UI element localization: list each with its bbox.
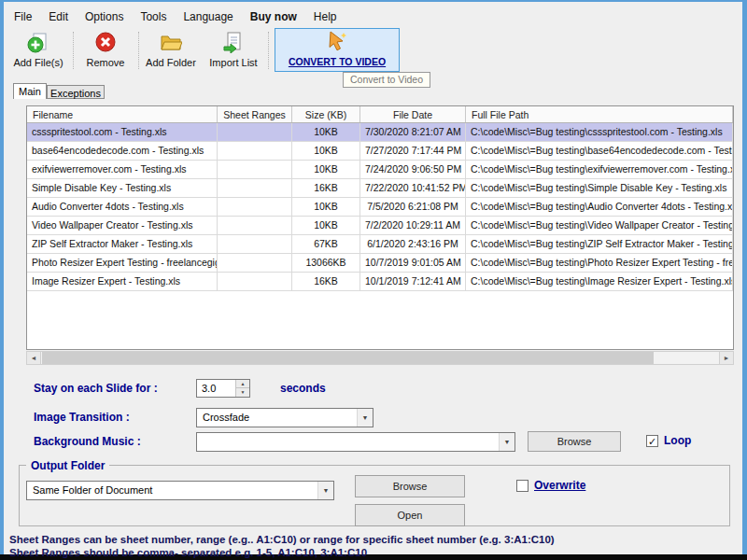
cell: base64encodedecode.com - Testing.xls bbox=[27, 142, 218, 161]
window-edge-left bbox=[0, 0, 4, 555]
cell: 7/5/2020 6:21:08 PM bbox=[360, 198, 466, 217]
chevron-down-icon[interactable]: ▼ bbox=[317, 482, 333, 499]
image-transition-select[interactable]: Crossfade ▼ bbox=[196, 408, 374, 427]
stay-on-slide-label: Stay on each Slide for : bbox=[34, 382, 158, 395]
cell: ZIP Self Extractor Maker - Testing.xls bbox=[27, 235, 218, 254]
slide-duration-input[interactable] bbox=[197, 380, 236, 397]
cell bbox=[218, 123, 292, 142]
background-music-label: Background Music : bbox=[34, 435, 141, 448]
convert-to-video-button[interactable]: CONVERT TO VIDEO bbox=[275, 28, 400, 72]
app-window: FileEditOptionsToolsLanguageBuy nowHelp … bbox=[0, 0, 747, 560]
add-folder-icon bbox=[142, 31, 200, 55]
cell: 16KB bbox=[292, 273, 360, 291]
cell: cssspritestool.com - Testing.xls bbox=[27, 123, 218, 142]
slide-duration-spinner[interactable]: ▲ ▼ bbox=[196, 379, 250, 398]
column-header-full-file-path[interactable]: Full File Path bbox=[466, 106, 733, 122]
image-transition-label: Image Transition : bbox=[34, 411, 130, 424]
cell: C:\code\Misc\=Bug testing\cssspritestool… bbox=[466, 123, 733, 142]
table-row[interactable]: ZIP Self Extractor Maker - Testing.xls67… bbox=[27, 235, 733, 254]
sheet-ranges-help-line2: Sheet Ranges should be comma- separated … bbox=[9, 547, 367, 558]
cell: C:\code\Misc\=Bug testing\Audio Converte… bbox=[466, 198, 733, 217]
add-files-button[interactable]: Add File(s) bbox=[7, 30, 69, 73]
check-icon: ✓ bbox=[648, 436, 656, 447]
tab-main[interactable]: Main bbox=[13, 83, 47, 99]
chevron-down-icon[interactable]: ▼ bbox=[357, 409, 373, 427]
cell: 67KB bbox=[292, 235, 360, 254]
cell bbox=[218, 273, 292, 291]
table-header: FilenameSheet RangesSize (KB)File DateFu… bbox=[27, 106, 733, 123]
scroll-left-icon[interactable]: ◄ bbox=[27, 352, 41, 364]
output-folder-select[interactable]: Same Folder of Document ▼ bbox=[26, 481, 334, 500]
scroll-right-icon[interactable]: ► bbox=[719, 352, 733, 364]
overwrite-checkbox[interactable] bbox=[516, 480, 529, 492]
column-header-sheet-ranges[interactable]: Sheet Ranges bbox=[218, 106, 292, 122]
cell bbox=[218, 198, 292, 217]
convert-tooltip: Convert to Video bbox=[343, 72, 430, 88]
menu-item-language[interactable]: Language bbox=[175, 7, 241, 26]
cell: 10KB bbox=[292, 161, 360, 179]
menu-item-options[interactable]: Options bbox=[77, 7, 132, 26]
output-open-button[interactable]: Open bbox=[355, 504, 465, 526]
image-transition-value: Crossfade bbox=[203, 412, 249, 423]
add-folder-button[interactable]: Add Folder bbox=[142, 30, 200, 73]
cell: C:\code\Misc\=Bug testing\base64encodede… bbox=[466, 142, 733, 161]
import-list-icon bbox=[204, 31, 263, 55]
cell: 10/1/2019 7:12:41 AM bbox=[360, 273, 466, 291]
menu-item-buy-now[interactable]: Buy now bbox=[242, 7, 305, 26]
import-list-button[interactable]: Import List bbox=[204, 30, 263, 73]
cell: C:\code\Misc\=Bug testing\Image Resizer … bbox=[466, 273, 733, 291]
cell: 7/30/2020 8:21:07 AM bbox=[360, 123, 466, 142]
scroll-thumb[interactable] bbox=[42, 352, 654, 364]
column-header-size-kb-[interactable]: Size (KB) bbox=[292, 106, 360, 122]
add-file-icon bbox=[7, 31, 69, 55]
cell: C:\code\Misc\=Bug testing\exifviewerremo… bbox=[466, 161, 733, 179]
table-row[interactable]: Simple Disable Key - Testing.xls16KB7/22… bbox=[27, 179, 733, 198]
table-row[interactable]: Photo Resizer Expert Testing - freelance… bbox=[27, 254, 733, 273]
menu-item-tools[interactable]: Tools bbox=[132, 7, 175, 26]
music-browse-button[interactable]: Browse bbox=[528, 431, 621, 452]
column-header-filename[interactable]: Filename bbox=[27, 106, 218, 122]
seconds-label: seconds bbox=[280, 382, 326, 395]
spinner-down-icon[interactable]: ▼ bbox=[235, 388, 249, 397]
add-files-label: Add File(s) bbox=[7, 57, 69, 68]
chevron-down-icon[interactable]: ▼ bbox=[499, 433, 514, 451]
cell bbox=[218, 217, 292, 235]
table-row[interactable]: Audio Converter 4dots - Testing.xls10KB7… bbox=[27, 198, 733, 217]
toolbar-separator bbox=[138, 32, 139, 69]
overwrite-label: Overwrite bbox=[534, 479, 585, 492]
cell bbox=[218, 142, 292, 161]
menu-item-file[interactable]: File bbox=[6, 7, 40, 26]
table-body: cssspritestool.com - Testing.xls10KB7/30… bbox=[27, 123, 733, 291]
remove-button[interactable]: Remove bbox=[78, 30, 133, 73]
toolbar-separator bbox=[73, 32, 74, 69]
output-browse-button[interactable]: Browse bbox=[355, 475, 465, 497]
cell: 10KB bbox=[292, 198, 360, 217]
table-row[interactable]: base64encodedecode.com - Testing.xls10KB… bbox=[27, 142, 733, 161]
tab-exceptions[interactable]: Exceptions bbox=[47, 85, 105, 99]
toolbar-separator bbox=[268, 32, 269, 69]
column-header-file-date[interactable]: File Date bbox=[360, 106, 466, 122]
cell: 7/22/2020 10:41:52 PM bbox=[360, 179, 466, 198]
cell: 7/24/2020 9:06:50 PM bbox=[360, 161, 466, 179]
window-edge-right bbox=[742, 0, 747, 555]
convert-to-video-icon bbox=[275, 30, 399, 54]
cell: C:\code\Misc\=Bug testing\Photo Resizer … bbox=[466, 254, 733, 273]
cell: Video Wallpaper Creator - Testing.xls bbox=[27, 217, 218, 235]
menu-item-help[interactable]: Help bbox=[305, 7, 345, 26]
table-row[interactable]: Image Resizer Expert - Testing.xls16KB10… bbox=[27, 273, 733, 291]
background-music-select[interactable]: ▼ bbox=[196, 432, 515, 452]
menu-item-edit[interactable]: Edit bbox=[40, 7, 77, 26]
table-row[interactable]: exifviewerremover.com - Testing.xls10KB7… bbox=[27, 161, 733, 179]
cell bbox=[218, 161, 292, 179]
loop-checkbox[interactable]: ✓ bbox=[646, 435, 658, 447]
cell: 13066KB bbox=[292, 254, 360, 273]
convert-to-video-label: CONVERT TO VIDEO bbox=[275, 56, 399, 67]
table-row[interactable]: cssspritestool.com - Testing.xls10KB7/30… bbox=[27, 123, 733, 142]
horizontal-scrollbar[interactable]: ◄ ► bbox=[26, 351, 734, 365]
spinner-up-icon[interactable]: ▲ bbox=[235, 380, 249, 388]
cell: 7/27/2020 7:17:44 PM bbox=[360, 142, 466, 161]
file-table: FilenameSheet RangesSize (KB)File DateFu… bbox=[26, 105, 734, 350]
table-row[interactable]: Video Wallpaper Creator - Testing.xls10K… bbox=[27, 217, 733, 235]
cell: exifviewerremover.com - Testing.xls bbox=[27, 161, 218, 179]
cell: C:\code\Misc\=Bug testing\Simple Disable… bbox=[466, 179, 733, 198]
